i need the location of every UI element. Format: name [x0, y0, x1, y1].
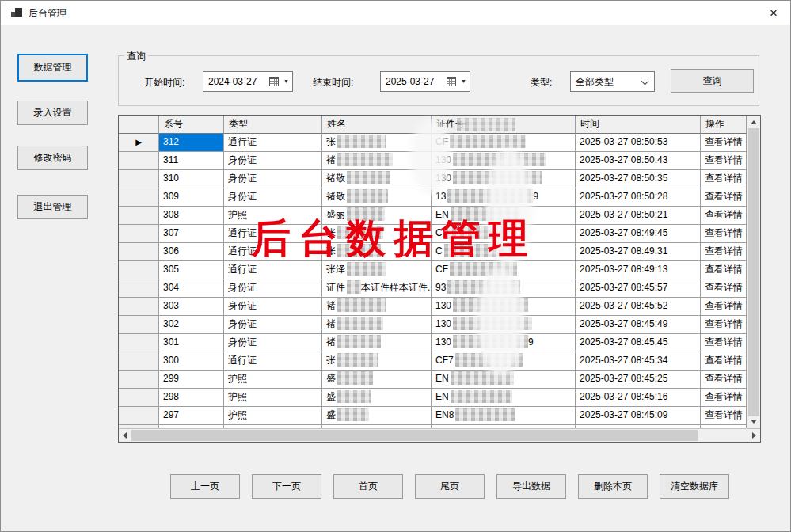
name-cell[interactable]: 褚: [322, 298, 432, 316]
row-selector-cell[interactable]: [119, 207, 159, 225]
dropdown-arrow-icon[interactable]: ▼: [461, 72, 466, 91]
idnum-cell[interactable]: 130: [432, 152, 576, 170]
scroll-down-icon[interactable]: [751, 420, 757, 424]
name-cell[interactable]: 褚敬: [322, 188, 432, 207]
idnum-cell[interactable]: C: [432, 225, 576, 243]
name-cell[interactable]: 盛: [322, 389, 432, 407]
header-action[interactable]: 操作: [701, 116, 747, 134]
type-cell[interactable]: 通行证: [224, 352, 322, 370]
idnum-cell[interactable]: EN8: [432, 407, 576, 425]
view-detail-link[interactable]: 查看详情: [701, 261, 747, 279]
row-selector-cell[interactable]: [119, 170, 159, 188]
row-selector-cell[interactable]: [119, 316, 159, 334]
type-cell[interactable]: 通行证: [224, 225, 322, 243]
row-selector-cell[interactable]: [119, 261, 159, 279]
time-cell[interactable]: 2025-03-27 08:49:13: [576, 261, 701, 279]
idnum-cell[interactable]: 130: [432, 298, 576, 316]
row-selector-cell[interactable]: [119, 352, 159, 370]
table-row[interactable]: 299 护照 盛 EN 2025-03-27 08:45:25 查看详情: [119, 370, 760, 389]
time-cell[interactable]: 2025-03-27 08:45:52: [576, 298, 701, 316]
header-selector[interactable]: [119, 116, 159, 134]
close-icon[interactable]: ×: [763, 4, 784, 23]
row-selector-cell[interactable]: [119, 152, 159, 170]
row-selector-cell[interactable]: [119, 225, 159, 243]
type-cell[interactable]: 通行证: [224, 134, 322, 152]
type-cell[interactable]: 护照: [224, 207, 322, 225]
idnum-cell[interactable]: CF7: [432, 352, 576, 370]
row-selector-cell[interactable]: ▶: [119, 134, 159, 152]
name-cell[interactable]: 褚: [322, 316, 432, 334]
header-idnumber[interactable]: 证件号: [432, 116, 576, 134]
view-detail-link[interactable]: 查看详情: [701, 298, 747, 316]
type-cell[interactable]: 身份证: [224, 334, 322, 352]
horizontal-scrollbar[interactable]: [119, 428, 760, 442]
sidebar-button-entry-settings[interactable]: 录入设置: [17, 101, 88, 125]
serial-cell[interactable]: 303: [159, 298, 224, 316]
view-detail-link[interactable]: 查看详情: [701, 243, 747, 261]
type-cell[interactable]: 身份证: [224, 152, 322, 170]
row-selector-cell[interactable]: [119, 243, 159, 261]
serial-cell[interactable]: 305: [159, 261, 224, 279]
type-cell[interactable]: 护照: [224, 407, 322, 425]
table-row[interactable]: 310 身份证 褚敬 130 2025-03-27 08:50:35 查看详情: [119, 170, 760, 188]
header-name[interactable]: 姓名: [322, 116, 432, 134]
serial-cell[interactable]: 304: [159, 279, 224, 298]
type-cell[interactable]: 护照: [224, 389, 322, 407]
serial-cell[interactable]: 301: [159, 334, 224, 352]
type-cell[interactable]: 通行证: [224, 243, 322, 261]
serial-cell[interactable]: 306: [159, 243, 224, 261]
idnum-cell[interactable]: 130: [432, 170, 576, 188]
time-cell[interactable]: 2025-03-27 08:49:45: [576, 225, 701, 243]
scroll-right-icon[interactable]: [752, 432, 756, 439]
time-cell[interactable]: 2025-03-27 08:50:53: [576, 134, 701, 152]
type-cell[interactable]: 身份证: [224, 188, 322, 207]
table-row[interactable]: 304 身份证 证件本证件样本证件... 93 2025-03-27 08:45…: [119, 279, 760, 298]
time-cell[interactable]: 2025-03-27 08:49:31: [576, 243, 701, 261]
row-selector-cell[interactable]: [119, 298, 159, 316]
view-detail-link[interactable]: 查看详情: [701, 316, 747, 334]
view-detail-link[interactable]: 查看详情: [701, 389, 747, 407]
row-selector-cell[interactable]: [119, 370, 159, 389]
time-cell[interactable]: 2025-03-27 08:50:43: [576, 152, 701, 170]
view-detail-link[interactable]: 查看详情: [701, 188, 747, 207]
idnum-cell[interactable]: CF: [432, 134, 576, 152]
idnum-cell[interactable]: 139: [432, 188, 576, 207]
serial-cell[interactable]: 298: [159, 389, 224, 407]
calendar-icon[interactable]: [447, 77, 456, 86]
time-cell[interactable]: 2025-03-27 08:50:21: [576, 207, 701, 225]
view-detail-link[interactable]: 查看详情: [701, 352, 747, 370]
vertical-scrollbar[interactable]: [747, 116, 760, 428]
row-selector-cell[interactable]: [119, 389, 159, 407]
row-selector-cell[interactable]: [119, 188, 159, 207]
serial-cell[interactable]: 299: [159, 370, 224, 389]
export-data-button[interactable]: 导出数据: [496, 474, 566, 499]
name-cell[interactable]: 盛: [322, 407, 432, 425]
idnum-cell[interactable]: CF: [432, 261, 576, 279]
table-row[interactable]: ▶ 312 通行证 张 CF 2025-03-27 08:50:53 查看详情: [119, 134, 760, 152]
prev-page-button[interactable]: 上一页: [170, 474, 240, 499]
type-cell[interactable]: 身份证: [224, 170, 322, 188]
vertical-scroll-thumb[interactable]: [748, 128, 759, 416]
view-detail-link[interactable]: 查看详情: [701, 207, 747, 225]
type-cell[interactable]: 身份证: [224, 316, 322, 334]
view-detail-link[interactable]: 查看详情: [701, 279, 747, 298]
scroll-left-icon[interactable]: [123, 432, 127, 439]
table-row[interactable]: 309 身份证 褚敬 139 2025-03-27 08:50:28 查看详情: [119, 188, 760, 207]
serial-cell[interactable]: 310: [159, 170, 224, 188]
header-type[interactable]: 类型: [224, 116, 322, 134]
table-row[interactable]: 303 身份证 褚 130 2025-03-27 08:45:52 查看详情: [119, 298, 760, 316]
name-cell[interactable]: 盛: [322, 370, 432, 389]
serial-cell[interactable]: 302: [159, 316, 224, 334]
name-cell[interactable]: 张泽: [322, 261, 432, 279]
serial-cell[interactable]: 307: [159, 225, 224, 243]
start-date-picker[interactable]: 2024-03-27 ▼: [203, 71, 293, 92]
view-detail-link[interactable]: 查看详情: [701, 225, 747, 243]
type-select[interactable]: 全部类型: [570, 71, 655, 92]
idnum-cell[interactable]: C: [432, 243, 576, 261]
last-page-button[interactable]: 尾页: [415, 474, 485, 499]
name-cell[interactable]: 张: [322, 134, 432, 152]
view-detail-link[interactable]: 查看详情: [701, 152, 747, 170]
time-cell[interactable]: 2025-03-27 08:45:16: [576, 389, 701, 407]
type-cell[interactable]: 护照: [224, 370, 322, 389]
sidebar-button-exit-admin[interactable]: 退出管理: [17, 195, 88, 219]
